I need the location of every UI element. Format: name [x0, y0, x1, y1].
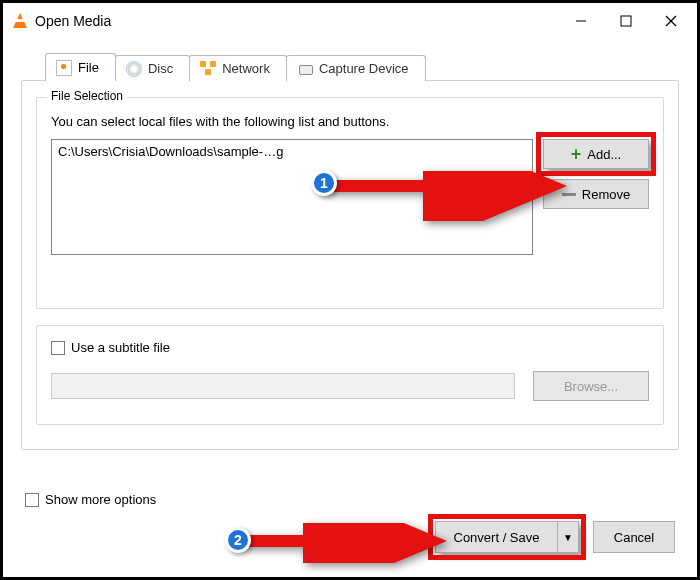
show-more-checkbox[interactable] — [25, 493, 39, 507]
remove-button[interactable]: Remove — [543, 179, 649, 209]
convert-save-label: Convert / Save — [454, 530, 540, 545]
titlebar: Open Media — [3, 3, 697, 39]
tab-disc[interactable]: Disc — [115, 55, 190, 81]
tab-bar: File Disc Network Capture Device — [45, 53, 679, 81]
convert-save-dropdown[interactable]: ▼ — [557, 521, 579, 553]
maximize-button[interactable] — [603, 6, 648, 36]
list-item[interactable]: C:\Users\Crisia\Downloads\sample-…g — [56, 142, 528, 161]
svg-rect-1 — [621, 16, 631, 26]
tab-disc-label: Disc — [148, 61, 173, 76]
convert-save-button[interactable]: Convert / Save — [435, 521, 557, 553]
tab-file[interactable]: File — [45, 53, 116, 81]
show-more-options[interactable]: Show more options — [25, 492, 156, 507]
tab-capture-label: Capture Device — [319, 61, 409, 76]
content-area: File Disc Network Capture Device File Se… — [21, 53, 679, 559]
window-buttons — [558, 6, 693, 36]
disc-icon — [126, 61, 142, 77]
subtitle-label: Use a subtitle file — [71, 340, 170, 355]
vlc-icon — [11, 12, 29, 30]
show-more-label: Show more options — [45, 492, 156, 507]
tab-network[interactable]: Network — [189, 55, 287, 81]
subtitle-group: Use a subtitle file Browse... — [36, 325, 664, 425]
cancel-button[interactable]: Cancel — [593, 521, 675, 553]
tab-network-label: Network — [222, 61, 270, 76]
tab-panel: File Selection You can select local file… — [21, 80, 679, 450]
capture-icon — [297, 61, 313, 77]
close-button[interactable] — [648, 6, 693, 36]
minus-icon — [562, 193, 576, 196]
file-icon — [56, 60, 72, 76]
browse-button: Browse... — [533, 371, 649, 401]
network-icon — [200, 61, 216, 77]
add-button-label: Add... — [587, 147, 621, 162]
tab-file-label: File — [78, 60, 99, 75]
open-media-window: Open Media File Disc N — [0, 0, 700, 580]
convert-save-splitbutton: Convert / Save ▼ — [435, 521, 579, 553]
subtitle-path-input — [51, 373, 515, 399]
chevron-down-icon: ▼ — [563, 532, 573, 543]
tab-capture[interactable]: Capture Device — [286, 55, 426, 81]
help-text: You can select local files with the foll… — [51, 114, 649, 129]
remove-button-label: Remove — [582, 187, 630, 202]
group-title: File Selection — [47, 89, 127, 103]
cancel-button-label: Cancel — [614, 530, 654, 545]
file-list[interactable]: C:\Users\Crisia\Downloads\sample-…g — [51, 139, 533, 255]
add-button[interactable]: + Add... — [543, 139, 649, 169]
window-title: Open Media — [35, 13, 558, 29]
plus-icon: + — [571, 145, 582, 163]
subtitle-checkbox[interactable] — [51, 341, 65, 355]
browse-button-label: Browse... — [564, 379, 618, 394]
file-selection-group: File Selection You can select local file… — [36, 97, 664, 309]
minimize-button[interactable] — [558, 6, 603, 36]
bottom-action-row: Convert / Save ▼ Cancel — [21, 521, 679, 553]
